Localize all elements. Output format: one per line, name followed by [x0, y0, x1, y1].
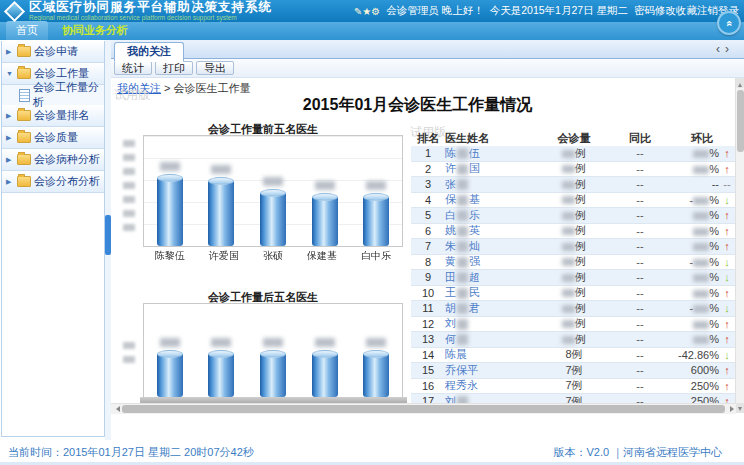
doctor-name-link[interactable]: 保基 [445, 193, 480, 205]
trend-up-icon: ↑ [719, 240, 735, 252]
mom-cell: -% [669, 256, 719, 268]
sidebar-item-会诊申请[interactable]: ▶会诊申请 [2, 41, 104, 63]
scroll-down-icon[interactable] [736, 403, 744, 413]
star-icon[interactable]: ★ [362, 6, 371, 17]
bar-value-redacted [366, 338, 386, 347]
doctor-name-link[interactable]: 程秀永 [445, 379, 478, 391]
redacted-value [562, 258, 575, 266]
doctor-name-link[interactable]: 刘 [445, 317, 469, 329]
double-chevron-up-icon: « [724, 20, 735, 26]
doctor-name-link[interactable]: 陈伍 [445, 147, 480, 159]
rank-cell: 13 [411, 333, 445, 345]
vertical-scrollbar[interactable] [735, 78, 744, 413]
sidebar-item-label: 会诊申请 [34, 44, 78, 59]
yoy-cell: -- [611, 287, 669, 299]
tab-scroll-arrows[interactable]: ‹› [716, 42, 734, 56]
sidebar-item-会诊分布分析[interactable]: ▶会诊分布分析 [2, 171, 104, 193]
volume-cell: 例 [537, 177, 611, 192]
header-bar: 区域医疗协同服务平台辅助决策支持系统 Regional medical coll… [0, 0, 744, 22]
doctor-name-link[interactable]: 张 [445, 178, 469, 190]
yoy-cell: -- [611, 147, 669, 159]
nav-tab-collaborative-analysis[interactable]: 协同业务分析 [52, 21, 138, 40]
breadcrumb-link[interactable]: 我的关注 [117, 82, 161, 94]
bar-value-redacted [211, 338, 231, 347]
redacted-value [562, 336, 575, 344]
arrow-right-icon: ▶ [6, 48, 14, 56]
horizontal-scrollbar-thumb[interactable] [122, 405, 725, 413]
doctor-name-link[interactable]: 乔保平 [445, 364, 478, 376]
volume-cell: 7例 [537, 378, 611, 393]
doctor-name-link[interactable]: 姚英 [445, 224, 480, 236]
chart-bar [208, 181, 234, 246]
trend-down-icon: ↓ [719, 256, 735, 268]
doctor-name-cell: 黄强 [445, 254, 537, 269]
nav-tab-home[interactable]: 首页 [6, 21, 48, 40]
toolbar-button-3[interactable]: 导出 [196, 61, 234, 75]
horizontal-scrollbar[interactable] [111, 403, 736, 414]
sidebar-subitem-会诊工作量分析[interactable]: 会诊工作量分析 [2, 85, 104, 105]
doctor-name-cell: 何 [445, 332, 537, 347]
y-tick-redacted [123, 168, 135, 175]
sidebar-item-会诊质量[interactable]: ▶会诊质量 [2, 127, 104, 149]
rank-cell: 12 [411, 318, 445, 330]
toolbar-button-2[interactable]: 打印 [155, 61, 193, 75]
volume-cell: 例 [537, 223, 611, 238]
doctor-name-link[interactable]: 朱灿 [445, 240, 480, 252]
gear-icon[interactable]: ⚙ [371, 6, 380, 17]
chart-bar [312, 197, 338, 247]
yoy-cell: -- [611, 163, 669, 175]
toolbar-button-1[interactable]: 统计 [114, 61, 152, 75]
trend-down-icon: ↓ [719, 271, 735, 283]
yoy-cell: -- [611, 194, 669, 206]
redacted-value [693, 228, 709, 236]
sidebar-item-label: 会诊分布分析 [34, 174, 100, 189]
yoy-cell: -- [611, 395, 669, 403]
chart-bar [363, 354, 389, 397]
tab-my-focus[interactable]: 我的关注 [114, 42, 184, 62]
folder-icon [17, 46, 31, 57]
doctor-name-link[interactable]: 刘 [445, 395, 469, 403]
status-bar: 当前时间：2015年01月27日 星期二 20时07分42秒 版本：V2.0 ｜… [0, 440, 744, 465]
rank-cell: 1 [411, 147, 445, 159]
trend-up-icon: ↑ [719, 163, 735, 175]
doctor-name-link[interactable]: 王民 [445, 286, 480, 298]
doctor-name-link[interactable]: 黄强 [445, 255, 480, 267]
doctor-name-link[interactable]: 何 [445, 333, 469, 345]
scroll-right-icon[interactable] [726, 404, 736, 414]
table-row: 2许国例--%↑ [411, 162, 735, 178]
table-header-row: 排名医生姓名会诊量同比环比 [411, 131, 735, 146]
vertical-scrollbar-thumb[interactable] [737, 90, 744, 152]
breadcrumb-current: 会诊医生工作量 [174, 82, 251, 94]
name-char-redacted [457, 148, 468, 159]
document-icon [19, 89, 30, 102]
volume-cell: 例 [537, 192, 611, 207]
arrow-right-icon: ▶ [6, 134, 14, 142]
collapse-header-button[interactable]: « [717, 11, 741, 35]
name-char-redacted [457, 303, 468, 314]
redacted-value [562, 320, 575, 328]
table-row: 7朱灿例--%↑ [411, 239, 735, 255]
header-link-1[interactable]: 密码修改 [634, 4, 676, 16]
mom-cell: -% [669, 302, 719, 314]
scroll-left-icon[interactable] [111, 404, 121, 414]
volume-cell: 例 [537, 301, 611, 316]
doctor-name-link[interactable]: 田超 [445, 271, 480, 283]
breadcrumb-separator: > [164, 82, 170, 94]
plot-area [143, 303, 403, 397]
sidebar-item-会诊病种分析[interactable]: ▶会诊病种分析 [2, 149, 104, 171]
y-axis-tick-labels-redacted [123, 342, 135, 370]
bar-value-redacted [366, 181, 386, 190]
y-tick-redacted [123, 140, 135, 147]
doctor-name-link[interactable]: 白乐 [445, 209, 480, 221]
trend-down-icon: ↓ [719, 194, 735, 206]
redacted-value [693, 243, 709, 251]
scroll-up-icon[interactable] [736, 78, 744, 88]
sidebar-item-会诊量排名[interactable]: ▶会诊量排名 [2, 105, 104, 127]
doctor-name-link[interactable]: 胡君 [445, 302, 480, 314]
mom-cell: -42.86% [669, 349, 719, 361]
doctor-name-link[interactable]: 陈晨 [445, 348, 467, 360]
rank-cell: 9 [411, 271, 445, 283]
header-link-2[interactable]: 收藏 [676, 4, 697, 16]
doctor-name-cell: 王民 [445, 285, 537, 300]
doctor-name-link[interactable]: 许国 [445, 162, 480, 174]
